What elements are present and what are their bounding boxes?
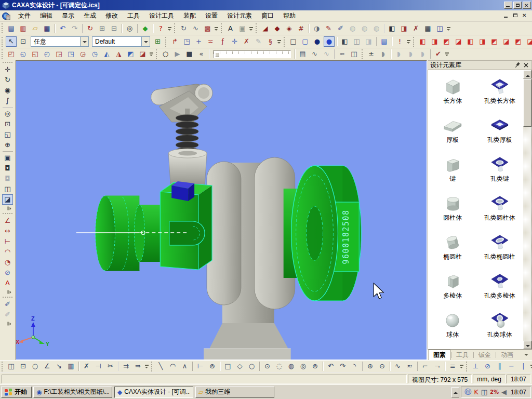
tab-工具[interactable]: 工具 [452,350,473,360]
task-acdsee[interactable]: ◉F:\工装相关\相关图纸\... [33,387,112,398]
generate-arrow[interactable]: ↱ [169,36,180,47]
image-tool[interactable]: ▣ [237,23,248,34]
remove-face[interactable]: ✗ [410,23,421,34]
undo[interactable]: ↶ [57,23,68,34]
equation-fx[interactable]: ƒ [217,36,228,47]
save-file[interactable]: ▦ [42,23,52,34]
menu-item-4[interactable]: 修改 [101,10,123,21]
dimension-arc[interactable]: ◠ [2,247,13,257]
arc-3pt[interactable]: ◝ [349,361,360,371]
sketch-angle-snap[interactable]: ∠ [42,361,52,371]
model-green-disc[interactable]: 9600182508 [291,166,362,301]
toolbar-grip[interactable] [165,37,167,47]
paste-feature[interactable]: ⊟ [109,23,119,34]
render-output[interactable]: ▩ [202,23,213,34]
toolbar-grip[interactable] [362,49,364,59]
library-item-hole-cylinder[interactable]: 孔类圆柱体 [476,189,524,228]
tray-cpu[interactable]: 2% [490,387,499,397]
draw-polygon[interactable]: ○ [246,361,257,371]
dimension-diameter[interactable]: ⊘ [2,268,13,278]
view-front[interactable]: ◧ [417,36,428,47]
library-item-cube[interactable]: 长方体 [429,72,476,111]
section-gray-2[interactable]: ◗ [405,49,416,59]
toolbar-overflow-icon[interactable] [4,289,11,295]
spring-tool[interactable]: § [265,36,276,47]
new-from-template[interactable]: ▥ [18,23,29,34]
open-file[interactable]: ▱ [30,23,41,34]
annotation-text[interactable]: A [2,278,13,288]
scroll-thumb[interactable] [523,79,531,127]
derive-gray-1[interactable]: ◍ [347,23,358,34]
model-left-cylinder[interactable] [96,196,140,271]
spline[interactable]: ∿ [392,361,403,371]
sketch-gray[interactable]: ✎ [253,36,264,47]
section-gray-3[interactable]: ◗ [417,49,428,59]
tray-volume[interactable]: ◀ [501,387,507,397]
menu-item-3[interactable]: 生成 [79,10,101,21]
library-item-cylinder[interactable]: 圆柱体 [429,189,476,228]
rotate-animation[interactable]: ↻ [178,23,189,34]
draw-rectangle[interactable]: □ [222,361,233,371]
feature-draft[interactable]: ◱ [30,49,41,59]
render-facet-3[interactable]: ◨ [363,36,374,47]
close-panel-icon[interactable] [522,62,529,69]
toolbar-overflow-icon[interactable] [446,23,451,34]
toolbar-overflow-icon[interactable] [4,321,11,327]
pin-icon[interactable] [514,62,521,69]
sketch-delete-multi[interactable]: ✂ [105,361,116,371]
sketch-move-origin[interactable]: ↘ [54,361,64,371]
redo[interactable]: ↷ [69,23,80,34]
restore-button[interactable] [513,2,522,9]
insert-plane[interactable]: + [193,36,204,47]
constraint-tangent[interactable]: ⊘ [482,361,493,371]
feature-wrap[interactable]: ◩ [125,49,136,59]
view-iso-1[interactable]: ◩ [489,36,500,47]
camera-pair[interactable]: ◫ [2,184,13,194]
close-button[interactable]: ✕ [523,2,531,9]
toolbar-grip[interactable] [2,37,4,47]
library-item-sphere[interactable]: 球体 [429,306,476,345]
toolbar-overflow-icon[interactable] [276,36,282,47]
design-tree[interactable]: ⊞ [152,36,163,47]
view-bottom[interactable]: ◨ [477,36,488,47]
feature-split[interactable]: ◮ [113,49,124,59]
select-region[interactable]: ⊡ [18,36,29,47]
edit-path[interactable]: ≈ [337,49,348,59]
tolerance-cube[interactable]: ± [366,49,377,59]
sketch-zoom[interactable]: ⊡ [18,361,29,371]
pan-view[interactable]: ✛ [2,64,13,75]
chamfer-2d[interactable]: ⌐ [420,361,431,371]
selection-filter[interactable]: 任意 [31,36,89,47]
library-item-plate[interactable]: 厚板 [429,111,476,150]
display-wireframe[interactable]: □ [288,36,299,47]
render-facet-1[interactable]: ◧ [339,36,350,47]
minimize-button[interactable] [504,2,512,9]
section-gray-1[interactable]: ◗ [393,49,404,59]
view-iso-2[interactable]: ◪ [501,36,512,47]
style-preset-dropdown-icon[interactable] [141,37,150,46]
toolbar-overflow-icon[interactable] [214,23,219,34]
stamp-feature[interactable]: ◑ [311,23,322,34]
regenerate[interactable]: ↻ [85,23,96,34]
animation-timeline-thumb[interactable] [215,52,219,57]
constraint-perpendicular[interactable]: ⊥ [470,361,481,371]
style-preset[interactable]: Default [92,36,150,47]
model-step-cylinder[interactable] [134,205,162,262]
look-at[interactable]: ◉ [2,85,13,96]
library-item-hole-cube[interactable]: 孔类长方体 [476,72,524,111]
toolbar-grip[interactable] [3,213,12,215]
constraint-vertical[interactable]: | [518,361,529,371]
display-shaded-dark[interactable]: ● [312,36,323,47]
extrude-to-plane[interactable]: ≍ [205,36,216,47]
boolean-subtract[interactable]: ◧ [387,23,397,34]
smart-dimension[interactable]: ✛ [229,36,240,47]
view-left[interactable]: ◩ [441,36,452,47]
pattern-feature[interactable]: ▦ [422,23,433,34]
mdi-close-button[interactable]: ✕ [521,12,529,19]
toolbar-grip[interactable] [2,49,4,59]
menu-item-11[interactable]: 帮助 [278,10,300,21]
new-document[interactable]: ▤ [6,23,17,34]
display-shaded[interactable]: ● [324,36,335,47]
validate-check[interactable]: ✔ [433,49,444,59]
toolbar-grip[interactable] [2,362,4,371]
